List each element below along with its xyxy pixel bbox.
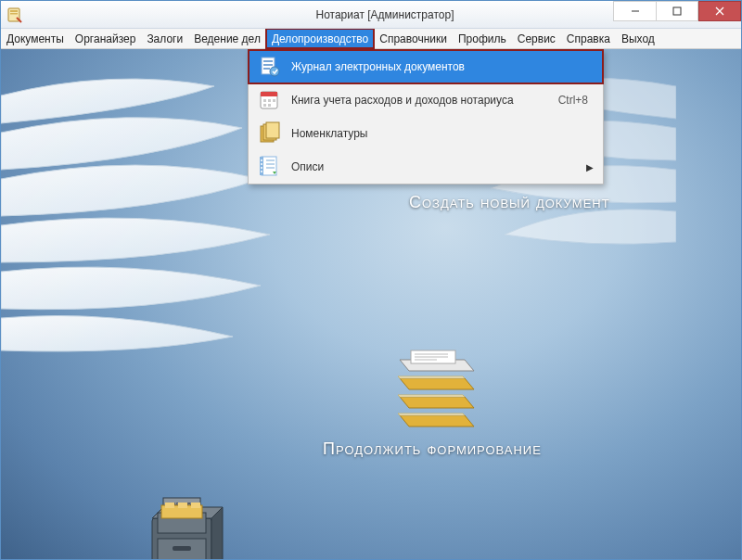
dropdown-item-1[interactable]: Книга учета расходов и доходов нотариуса… — [249, 83, 603, 117]
svg-rect-9 — [263, 64, 273, 66]
menu-item-7[interactable]: Сервис — [512, 29, 561, 48]
minimize-button[interactable] — [613, 1, 656, 21]
filing-cabinet-icon: АРХИВ — [135, 492, 228, 559]
menubar: ДокументыОрганайзерЗалогиВедение делДело… — [1, 29, 741, 49]
svg-marker-39 — [398, 395, 465, 397]
dropdown-item-3[interactable]: Описи▶ — [249, 150, 603, 184]
dropdown-item-0[interactable]: Журнал электронных документов — [249, 50, 603, 83]
svg-rect-16 — [273, 99, 275, 102]
svg-rect-51 — [191, 503, 200, 508]
menu-item-8[interactable]: Справка — [561, 29, 616, 48]
client-area: Журнал электронных документовКнига учета… — [1, 49, 741, 559]
svg-point-24 — [261, 159, 262, 161]
menu-item-4[interactable]: Делопроизводство — [266, 29, 374, 48]
dropdown-item-shortcut: Ctrl+8 — [558, 94, 588, 107]
svg-rect-49 — [165, 503, 174, 508]
svg-rect-8 — [263, 60, 273, 62]
dropdown-item-label: Журнал электронных документов — [291, 60, 594, 73]
dropdown-item-icon — [258, 155, 282, 179]
svg-marker-41 — [398, 414, 465, 415]
dropdown-item-label: Книга учета расходов и доходов нотариуса — [291, 94, 558, 107]
dropdown-item-label: Номенклатуры — [291, 127, 594, 140]
svg-rect-28 — [266, 159, 275, 161]
svg-marker-36 — [400, 378, 474, 389]
launcher-archive[interactable]: АРХИВ Архив нотариальных документов — [10, 492, 353, 559]
submenu-arrow-icon: ▶ — [586, 162, 594, 172]
dropdown-item-label: Описи — [291, 160, 586, 173]
svg-rect-4 — [673, 7, 681, 15]
paper-trays-icon — [381, 332, 483, 434]
svg-rect-2 — [10, 13, 18, 15]
close-button[interactable] — [698, 1, 741, 21]
app-icon — [6, 6, 23, 23]
window-controls — [613, 1, 741, 21]
svg-marker-38 — [400, 397, 474, 408]
svg-rect-1 — [10, 10, 18, 12]
maximize-button[interactable] — [656, 1, 698, 21]
dropdown-item-icon — [258, 121, 282, 146]
menu-item-1[interactable]: Органайзер — [70, 29, 142, 48]
menu-item-5[interactable]: Справочники — [374, 29, 453, 48]
menu-item-0[interactable]: Документы — [1, 29, 70, 48]
svg-rect-15 — [268, 99, 271, 102]
svg-point-27 — [261, 171, 262, 172]
app-window: Нотариат [Администратор] ДокументыОргана… — [0, 0, 742, 560]
menu-item-9[interactable]: Выход — [616, 29, 660, 48]
svg-rect-18 — [268, 104, 271, 107]
svg-marker-40 — [400, 415, 474, 426]
menu-item-2[interactable]: Залоги — [141, 29, 188, 48]
svg-rect-17 — [263, 104, 266, 107]
launcher-label: Создать новый документ — [409, 193, 610, 212]
svg-rect-30 — [266, 167, 275, 169]
dropdown-item-2[interactable]: Номенклатуры — [249, 117, 603, 150]
svg-rect-50 — [178, 503, 187, 508]
svg-point-26 — [261, 167, 262, 169]
svg-rect-10 — [263, 68, 270, 70]
svg-point-11 — [270, 67, 279, 76]
svg-rect-13 — [261, 92, 277, 96]
dropdown-item-icon — [258, 88, 282, 112]
svg-rect-14 — [263, 99, 266, 102]
svg-rect-21 — [266, 122, 279, 138]
svg-point-25 — [261, 163, 262, 165]
menu-item-6[interactable]: Профиль — [453, 29, 512, 48]
launcher-create-document[interactable]: Создать новый документ — [409, 193, 610, 212]
dropdown-menu: Журнал электронных документовКнига учета… — [248, 49, 604, 185]
launcher-label: Продолжить формирование — [307, 439, 557, 459]
launcher-continue-formation[interactable]: Продолжить формирование — [307, 332, 557, 459]
dropdown-item-icon — [258, 55, 282, 79]
svg-marker-37 — [398, 376, 465, 378]
menu-item-3[interactable]: Ведение дел — [188, 29, 266, 48]
svg-rect-29 — [266, 163, 275, 165]
svg-rect-53 — [173, 546, 191, 551]
titlebar: Нотариат [Администратор] — [1, 1, 741, 29]
